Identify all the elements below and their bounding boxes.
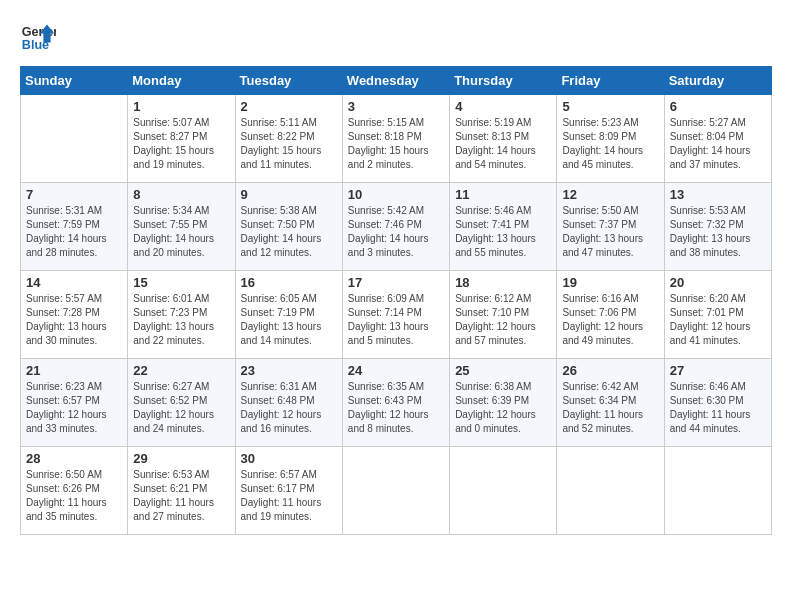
column-header-thursday: Thursday: [450, 67, 557, 95]
day-number: 10: [348, 187, 444, 202]
day-cell: 1Sunrise: 5:07 AM Sunset: 8:27 PM Daylig…: [128, 95, 235, 183]
day-info: Sunrise: 6:05 AM Sunset: 7:19 PM Dayligh…: [241, 292, 337, 348]
day-cell: [664, 447, 771, 535]
day-number: 28: [26, 451, 122, 466]
day-cell: 11Sunrise: 5:46 AM Sunset: 7:41 PM Dayli…: [450, 183, 557, 271]
day-info: Sunrise: 5:42 AM Sunset: 7:46 PM Dayligh…: [348, 204, 444, 260]
day-number: 26: [562, 363, 658, 378]
day-info: Sunrise: 5:53 AM Sunset: 7:32 PM Dayligh…: [670, 204, 766, 260]
day-cell: 14Sunrise: 5:57 AM Sunset: 7:28 PM Dayli…: [21, 271, 128, 359]
day-number: 22: [133, 363, 229, 378]
day-info: Sunrise: 6:57 AM Sunset: 6:17 PM Dayligh…: [241, 468, 337, 524]
day-cell: 16Sunrise: 6:05 AM Sunset: 7:19 PM Dayli…: [235, 271, 342, 359]
day-cell: [450, 447, 557, 535]
week-row-3: 14Sunrise: 5:57 AM Sunset: 7:28 PM Dayli…: [21, 271, 772, 359]
day-cell: 30Sunrise: 6:57 AM Sunset: 6:17 PM Dayli…: [235, 447, 342, 535]
day-number: 12: [562, 187, 658, 202]
day-number: 16: [241, 275, 337, 290]
day-cell: 8Sunrise: 5:34 AM Sunset: 7:55 PM Daylig…: [128, 183, 235, 271]
day-cell: 4Sunrise: 5:19 AM Sunset: 8:13 PM Daylig…: [450, 95, 557, 183]
day-number: 18: [455, 275, 551, 290]
day-info: Sunrise: 5:19 AM Sunset: 8:13 PM Dayligh…: [455, 116, 551, 172]
day-info: Sunrise: 6:12 AM Sunset: 7:10 PM Dayligh…: [455, 292, 551, 348]
day-cell: 3Sunrise: 5:15 AM Sunset: 8:18 PM Daylig…: [342, 95, 449, 183]
day-info: Sunrise: 6:31 AM Sunset: 6:48 PM Dayligh…: [241, 380, 337, 436]
day-cell: 19Sunrise: 6:16 AM Sunset: 7:06 PM Dayli…: [557, 271, 664, 359]
day-info: Sunrise: 6:20 AM Sunset: 7:01 PM Dayligh…: [670, 292, 766, 348]
day-info: Sunrise: 6:53 AM Sunset: 6:21 PM Dayligh…: [133, 468, 229, 524]
day-info: Sunrise: 6:01 AM Sunset: 7:23 PM Dayligh…: [133, 292, 229, 348]
day-number: 21: [26, 363, 122, 378]
day-cell: 7Sunrise: 5:31 AM Sunset: 7:59 PM Daylig…: [21, 183, 128, 271]
day-number: 9: [241, 187, 337, 202]
week-row-4: 21Sunrise: 6:23 AM Sunset: 6:57 PM Dayli…: [21, 359, 772, 447]
week-row-2: 7Sunrise: 5:31 AM Sunset: 7:59 PM Daylig…: [21, 183, 772, 271]
day-number: 19: [562, 275, 658, 290]
day-cell: 17Sunrise: 6:09 AM Sunset: 7:14 PM Dayli…: [342, 271, 449, 359]
day-info: Sunrise: 6:35 AM Sunset: 6:43 PM Dayligh…: [348, 380, 444, 436]
day-number: 5: [562, 99, 658, 114]
day-number: 4: [455, 99, 551, 114]
column-header-monday: Monday: [128, 67, 235, 95]
column-header-saturday: Saturday: [664, 67, 771, 95]
day-info: Sunrise: 6:27 AM Sunset: 6:52 PM Dayligh…: [133, 380, 229, 436]
day-number: 25: [455, 363, 551, 378]
day-number: 2: [241, 99, 337, 114]
logo: General Blue: [20, 20, 56, 56]
day-info: Sunrise: 6:38 AM Sunset: 6:39 PM Dayligh…: [455, 380, 551, 436]
day-info: Sunrise: 5:31 AM Sunset: 7:59 PM Dayligh…: [26, 204, 122, 260]
day-cell: 6Sunrise: 5:27 AM Sunset: 8:04 PM Daylig…: [664, 95, 771, 183]
day-info: Sunrise: 6:50 AM Sunset: 6:26 PM Dayligh…: [26, 468, 122, 524]
column-header-friday: Friday: [557, 67, 664, 95]
day-cell: 20Sunrise: 6:20 AM Sunset: 7:01 PM Dayli…: [664, 271, 771, 359]
day-cell: 25Sunrise: 6:38 AM Sunset: 6:39 PM Dayli…: [450, 359, 557, 447]
day-number: 3: [348, 99, 444, 114]
column-header-wednesday: Wednesday: [342, 67, 449, 95]
day-info: Sunrise: 5:07 AM Sunset: 8:27 PM Dayligh…: [133, 116, 229, 172]
day-number: 29: [133, 451, 229, 466]
day-info: Sunrise: 5:57 AM Sunset: 7:28 PM Dayligh…: [26, 292, 122, 348]
week-row-5: 28Sunrise: 6:50 AM Sunset: 6:26 PM Dayli…: [21, 447, 772, 535]
day-info: Sunrise: 5:34 AM Sunset: 7:55 PM Dayligh…: [133, 204, 229, 260]
page-header: General Blue: [20, 20, 772, 56]
day-info: Sunrise: 5:50 AM Sunset: 7:37 PM Dayligh…: [562, 204, 658, 260]
day-cell: 2Sunrise: 5:11 AM Sunset: 8:22 PM Daylig…: [235, 95, 342, 183]
day-number: 8: [133, 187, 229, 202]
day-number: 15: [133, 275, 229, 290]
day-info: Sunrise: 6:46 AM Sunset: 6:30 PM Dayligh…: [670, 380, 766, 436]
column-header-tuesday: Tuesday: [235, 67, 342, 95]
calendar-table: SundayMondayTuesdayWednesdayThursdayFrid…: [20, 66, 772, 535]
day-number: 23: [241, 363, 337, 378]
day-cell: 23Sunrise: 6:31 AM Sunset: 6:48 PM Dayli…: [235, 359, 342, 447]
day-info: Sunrise: 6:09 AM Sunset: 7:14 PM Dayligh…: [348, 292, 444, 348]
day-info: Sunrise: 6:16 AM Sunset: 7:06 PM Dayligh…: [562, 292, 658, 348]
day-number: 11: [455, 187, 551, 202]
day-info: Sunrise: 5:27 AM Sunset: 8:04 PM Dayligh…: [670, 116, 766, 172]
day-info: Sunrise: 6:23 AM Sunset: 6:57 PM Dayligh…: [26, 380, 122, 436]
day-info: Sunrise: 5:46 AM Sunset: 7:41 PM Dayligh…: [455, 204, 551, 260]
day-number: 30: [241, 451, 337, 466]
day-cell: 18Sunrise: 6:12 AM Sunset: 7:10 PM Dayli…: [450, 271, 557, 359]
calendar-header-row: SundayMondayTuesdayWednesdayThursdayFrid…: [21, 67, 772, 95]
day-cell: [342, 447, 449, 535]
day-cell: 5Sunrise: 5:23 AM Sunset: 8:09 PM Daylig…: [557, 95, 664, 183]
day-cell: 22Sunrise: 6:27 AM Sunset: 6:52 PM Dayli…: [128, 359, 235, 447]
day-number: 20: [670, 275, 766, 290]
logo-icon: General Blue: [20, 20, 56, 56]
day-info: Sunrise: 5:15 AM Sunset: 8:18 PM Dayligh…: [348, 116, 444, 172]
day-number: 1: [133, 99, 229, 114]
day-cell: 26Sunrise: 6:42 AM Sunset: 6:34 PM Dayli…: [557, 359, 664, 447]
day-info: Sunrise: 5:11 AM Sunset: 8:22 PM Dayligh…: [241, 116, 337, 172]
day-cell: [21, 95, 128, 183]
day-cell: 10Sunrise: 5:42 AM Sunset: 7:46 PM Dayli…: [342, 183, 449, 271]
day-cell: 27Sunrise: 6:46 AM Sunset: 6:30 PM Dayli…: [664, 359, 771, 447]
day-info: Sunrise: 5:38 AM Sunset: 7:50 PM Dayligh…: [241, 204, 337, 260]
day-number: 14: [26, 275, 122, 290]
day-number: 6: [670, 99, 766, 114]
day-cell: 13Sunrise: 5:53 AM Sunset: 7:32 PM Dayli…: [664, 183, 771, 271]
day-info: Sunrise: 5:23 AM Sunset: 8:09 PM Dayligh…: [562, 116, 658, 172]
day-cell: 15Sunrise: 6:01 AM Sunset: 7:23 PM Dayli…: [128, 271, 235, 359]
day-cell: [557, 447, 664, 535]
column-header-sunday: Sunday: [21, 67, 128, 95]
day-number: 24: [348, 363, 444, 378]
